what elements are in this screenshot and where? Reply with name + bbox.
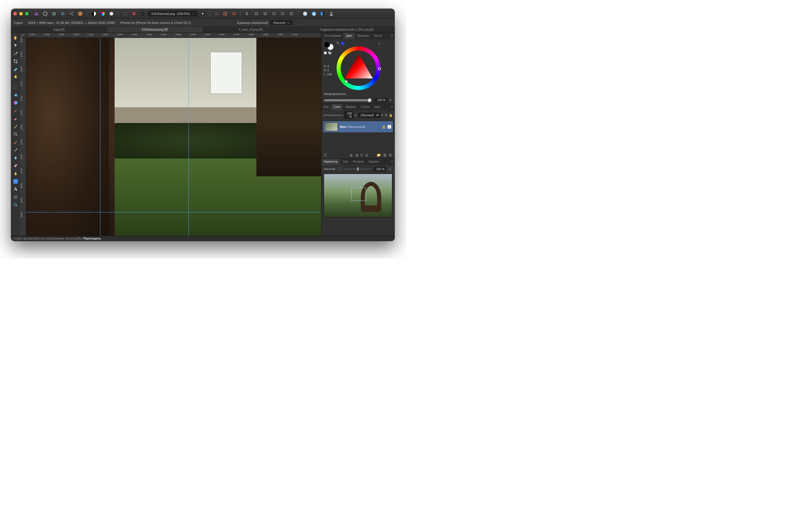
record-icon[interactable] bbox=[200, 10, 206, 17]
lock-icon[interactable]: 🔒 bbox=[382, 125, 386, 129]
opacity-slider[interactable] bbox=[324, 99, 372, 102]
quick-mask-icon[interactable] bbox=[130, 10, 137, 17]
move-tool[interactable] bbox=[12, 42, 19, 49]
selection-brush-tool[interactable] bbox=[12, 65, 19, 73]
adjustment-icon[interactable]: ◑ bbox=[355, 153, 358, 157]
zoom-window-button[interactable] bbox=[25, 12, 29, 16]
panel-menu-icon[interactable]: ≡ bbox=[389, 158, 395, 165]
panel-tab[interactable]: Каналы bbox=[366, 158, 381, 165]
document-tab[interactable]: 9-gigapixel-standard-scale-2_00x.png [И] bbox=[299, 27, 395, 32]
arrange-3-icon[interactable] bbox=[262, 10, 268, 17]
panel-menu-icon[interactable]: ≡ bbox=[389, 104, 395, 110]
chevron-down-icon[interactable]: ▾ bbox=[389, 98, 392, 102]
color-picker-tool[interactable] bbox=[12, 50, 19, 57]
panel-menu-icon[interactable]: ≡ bbox=[389, 33, 395, 39]
inpaint-tool[interactable] bbox=[12, 138, 19, 146]
chevron-down-icon[interactable]: ▾ bbox=[354, 113, 357, 117]
lock-icon[interactable]: 🔒 bbox=[389, 113, 393, 117]
blend-mode-dropdown[interactable]: Обычный bbox=[358, 113, 380, 118]
zoom-value[interactable]: 100 % bbox=[374, 167, 386, 171]
units-dropdown[interactable]: Пиксели ⌄ bbox=[270, 20, 293, 25]
panel-tab[interactable]: Гистограмма bbox=[321, 33, 344, 39]
arrange-5-icon[interactable] bbox=[280, 10, 286, 17]
persona-tool-icon[interactable] bbox=[42, 10, 49, 17]
dodge-tool[interactable] bbox=[12, 154, 19, 161]
rgb-wheel-icon[interactable] bbox=[99, 10, 106, 17]
liquify-persona-icon[interactable] bbox=[51, 10, 57, 17]
recent-color-swatch[interactable] bbox=[341, 42, 344, 45]
mask-icon[interactable]: ◐ bbox=[350, 153, 353, 157]
account-icon[interactable] bbox=[328, 10, 335, 17]
grid-toggle-icon[interactable] bbox=[213, 10, 220, 17]
zoom-in-button[interactable]: + bbox=[388, 167, 392, 171]
paint-brush-tool[interactable] bbox=[12, 107, 19, 114]
view-hand-tool[interactable] bbox=[12, 34, 19, 41]
mesh-warp-tool[interactable] bbox=[12, 193, 19, 201]
fx-icon[interactable]: fx bbox=[360, 153, 363, 157]
rectangle-tool[interactable] bbox=[12, 178, 19, 185]
canvas[interactable] bbox=[26, 38, 321, 236]
marquee-tool-icon[interactable] bbox=[122, 10, 128, 17]
marquee-select-tool[interactable] bbox=[12, 83, 19, 91]
document-tab[interactable]: 9.jpg [И] bbox=[11, 27, 107, 32]
close-window-button[interactable] bbox=[13, 12, 17, 16]
document-tab[interactable]: 9-Enhanced.png [И] bbox=[107, 27, 203, 32]
panel-tab[interactable]: История bbox=[350, 158, 366, 165]
chevron-down-icon[interactable]: ▾ bbox=[381, 113, 383, 117]
layers-stack-icon[interactable]: ☰ bbox=[324, 153, 327, 157]
panel-tab[interactable]: Цвет bbox=[344, 33, 355, 39]
visibility-checkbox[interactable]: ✓ bbox=[388, 125, 391, 128]
add-layer-icon[interactable]: ▦ bbox=[383, 153, 386, 157]
text-tool[interactable]: A bbox=[12, 185, 19, 193]
panel-tab[interactable]: Кисти bbox=[372, 33, 384, 39]
arrange-1-icon[interactable] bbox=[244, 10, 251, 17]
panel-tab[interactable]: Кор bbox=[321, 104, 331, 110]
gear-icon[interactable]: ⚙ bbox=[385, 113, 388, 117]
delete-icon[interactable]: 🗑 bbox=[389, 153, 392, 157]
zoom-slider[interactable] bbox=[344, 169, 372, 170]
soft-proof-icon[interactable] bbox=[108, 10, 115, 17]
guides-toggle-icon[interactable] bbox=[222, 10, 228, 17]
opacity-value[interactable]: 100 % bbox=[374, 98, 387, 102]
arrange-4-icon[interactable] bbox=[271, 10, 277, 17]
search-tool[interactable] bbox=[12, 201, 19, 209]
guide-vertical[interactable] bbox=[188, 38, 189, 236]
pen-tool[interactable] bbox=[12, 170, 19, 177]
panel-tab[interactable]: Стили bbox=[359, 104, 372, 110]
arrange-6-icon[interactable] bbox=[288, 10, 295, 17]
bw-adjustment-icon[interactable] bbox=[91, 10, 97, 17]
crop-tool[interactable] bbox=[12, 57, 19, 65]
snapping-magnet-icon[interactable] bbox=[231, 10, 237, 17]
assistant-1-icon[interactable] bbox=[302, 10, 308, 17]
tone-map-persona-icon[interactable] bbox=[68, 10, 75, 17]
levels-icon[interactable] bbox=[139, 10, 146, 17]
folder-icon[interactable]: 📁 bbox=[377, 153, 381, 157]
navigator-thumbnail[interactable] bbox=[324, 174, 392, 217]
panel-tab[interactable]: Хрщ bbox=[372, 104, 382, 110]
assistant-2-icon[interactable] bbox=[311, 10, 317, 17]
panel-tab[interactable]: Трф bbox=[340, 158, 350, 165]
zoom-tool[interactable] bbox=[12, 130, 19, 138]
pixel-tool[interactable] bbox=[12, 122, 19, 130]
clone-tool[interactable] bbox=[12, 146, 19, 154]
panel-tab[interactable]: Эффект bbox=[343, 104, 358, 110]
erase-brush-tool[interactable] bbox=[12, 115, 19, 122]
gradient-tool[interactable] bbox=[12, 99, 19, 107]
guide-vertical[interactable] bbox=[100, 38, 100, 236]
panel-tab[interactable]: Образцы bbox=[355, 33, 372, 39]
eyedrop-icon[interactable]: ✎ bbox=[337, 41, 339, 45]
hourglass-icon[interactable]: ⧗ bbox=[366, 153, 368, 157]
healing-tool[interactable] bbox=[12, 162, 19, 169]
layer-opacity-value[interactable]: 100 % bbox=[344, 111, 353, 119]
assistant-3-icon[interactable] bbox=[319, 10, 326, 17]
panel-tab[interactable]: Слои bbox=[331, 104, 343, 110]
ruler-horizontal[interactable]: 2300240025002600270028002900300031003200… bbox=[26, 33, 321, 38]
zoom-out-button[interactable]: − bbox=[338, 167, 342, 171]
panel-menu-icon[interactable]: ≡ bbox=[379, 42, 380, 45]
export-persona-icon[interactable] bbox=[77, 10, 83, 17]
ruler-vertical[interactable]: 1800190020002100220023002400250026002700… bbox=[20, 38, 26, 236]
title-dropdown-icon[interactable]: ⌄ bbox=[191, 12, 194, 16]
flood-select-tool[interactable] bbox=[12, 73, 19, 81]
flood-fill-tool[interactable] bbox=[12, 91, 19, 98]
none-swatch[interactable] bbox=[324, 51, 327, 55]
